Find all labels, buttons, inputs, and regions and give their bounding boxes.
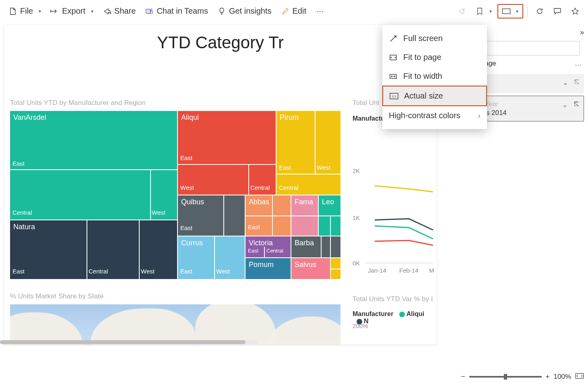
overflow-menu[interactable]: ⋯ (312, 5, 328, 18)
treemap-cell-salvus[interactable]: Salvus (291, 258, 330, 279)
treemap-cell-quibus[interactable]: Quibus East (178, 195, 245, 236)
page-title: YTD Category Tr (4, 33, 437, 52)
menu-label: Actual size (404, 91, 443, 101)
xtick: Feb-14 (399, 267, 419, 274)
menu-actual-size[interactable]: 1:1 Actual size (382, 86, 487, 106)
comment-button[interactable] (549, 5, 565, 18)
treemap-visual[interactable]: VanArsdel East Central West Natura East … (10, 111, 340, 279)
view-dropdown: Full screen Fit to page Fit to width 1:1… (382, 25, 487, 129)
zoom-slider[interactable] (469, 376, 542, 378)
export-menu[interactable]: Export ▾ (47, 4, 97, 18)
menu-fit-width[interactable]: Fit to width (382, 67, 487, 86)
xtick: Jan-14 (368, 267, 386, 274)
filter-year-value: is 2014 (485, 109, 579, 117)
reset-icon: ↺ (458, 7, 466, 15)
chevron-down-icon: ▾ (516, 8, 518, 14)
cell-label: Currus (181, 239, 203, 247)
actual-size-icon: 1:1 (390, 92, 398, 101)
zoom-in-button[interactable]: + (546, 373, 550, 381)
treemap-cell-barba[interactable]: Barba (291, 236, 330, 257)
cell-label: Natura (13, 223, 35, 231)
line2-yaxis: 200% (353, 322, 368, 329)
legend-a: Aliqui (406, 310, 424, 317)
horizontal-scrollbar[interactable] (0, 340, 258, 344)
chevron-right-icon: › (478, 111, 481, 120)
reset-button[interactable]: ↺ (454, 5, 470, 18)
cell-sub: Central (266, 248, 283, 254)
clear-filter-icon[interactable] (573, 100, 580, 108)
treemap-cell-victoria[interactable]: Victoria East Central (246, 236, 291, 257)
file-menu[interactable]: File ▾ (5, 4, 45, 18)
chevron-down-icon[interactable]: ⌄ (563, 79, 568, 86)
menu-fit-page[interactable]: Fit to page (382, 48, 487, 67)
cell-label: Abbas (249, 198, 269, 206)
cell-sub: East (180, 268, 192, 275)
treemap-cell-vanarsdel[interactable]: VanArsdel East Central West (10, 111, 177, 220)
treemap-cell-barba-2[interactable] (331, 236, 340, 257)
chevron-down-icon: ▾ (489, 8, 492, 14)
menu-label: Fit to width (403, 72, 442, 81)
share-button[interactable]: Share (99, 4, 140, 18)
menu-full-screen[interactable]: Full screen (382, 29, 487, 48)
legend-label: Manufacturer (353, 310, 393, 317)
treemap-cell-aliqui[interactable]: Aliqui East West Central (178, 111, 276, 195)
cell-sub: Central (250, 184, 270, 191)
view-icon (502, 7, 510, 15)
refresh-button[interactable] (532, 5, 548, 18)
zoom-thumb[interactable] (504, 374, 507, 380)
xtick: M (429, 267, 434, 274)
line1-legend: Manufactu (353, 115, 385, 122)
line1-title: Total Uni (353, 99, 379, 107)
more-icon[interactable]: … (575, 60, 582, 68)
cell-sub: East (12, 268, 25, 275)
edit-label: Edit (293, 6, 306, 16)
line-chart-1[interactable]: 2K 1K 0K Jan-14 Feb-14 M (353, 129, 433, 274)
bookmark-icon (476, 7, 484, 15)
chat-teams-button[interactable]: T Chat in Teams (141, 4, 212, 18)
insights-button[interactable]: Get insights (214, 4, 276, 18)
menu-label: High-contrast colors (389, 111, 460, 120)
menu-high-contrast[interactable]: High-contrast colors › (382, 106, 487, 125)
cell-sub: West (317, 164, 330, 171)
filter-search-input[interactable] (479, 41, 580, 55)
cell-sub: West (152, 209, 165, 216)
fit-page-icon (389, 53, 398, 62)
clear-filter-icon[interactable] (574, 78, 580, 86)
cell-sub: East (248, 224, 260, 230)
cell-label: Pirum (280, 113, 299, 121)
export-icon (51, 7, 59, 15)
expand-filters-icon[interactable]: » (580, 28, 584, 37)
map-visual[interactable] (10, 304, 340, 345)
report-canvas[interactable]: YTD Category Tr Total Units YTD by Manuf… (4, 25, 437, 345)
treemap-title: Total Units YTD by Manufacturer and Regi… (10, 99, 146, 107)
chevron-down-icon[interactable]: ⌄ (562, 101, 567, 109)
line-series-red (375, 240, 433, 245)
cell-label: Aliqui (181, 113, 199, 121)
cell-label: Quibus (181, 198, 204, 206)
treemap-cell-pomum[interactable]: Pomum (246, 258, 291, 279)
favorite-button[interactable] (567, 5, 583, 18)
zoom-out-button[interactable]: − (461, 373, 465, 381)
cell-sub: East (180, 224, 192, 231)
map-title: % Units Market Share by State (10, 292, 103, 300)
file-icon (9, 7, 17, 15)
cell-sub: East (12, 160, 25, 167)
cell-label: VanArsdel (13, 113, 46, 121)
filter-card-generic[interactable]: ⌄ (479, 74, 584, 93)
cell-label: Fama (295, 198, 313, 206)
pencil-icon (281, 7, 289, 15)
filter-card-year[interactable]: Year is 2014 ⌄ (479, 96, 584, 121)
filters-section-header[interactable]: page … (479, 55, 584, 72)
cell-sub: Central (89, 268, 108, 275)
treemap-cell-currus[interactable]: Currus East West (178, 236, 245, 279)
fullscreen-icon (389, 34, 398, 43)
ytick: 2K (353, 167, 360, 174)
view-mode-button[interactable]: ▾ (497, 4, 523, 18)
bookmark-button[interactable]: ▾ (472, 5, 496, 18)
share-label: Share (114, 6, 136, 16)
treemap-cell-pirum[interactable]: Pirum East West Central (276, 111, 340, 195)
cell-label: Barba (295, 239, 314, 247)
edit-button[interactable]: Edit (277, 4, 310, 18)
treemap-cell-natura[interactable]: Natura East Central West (10, 220, 177, 279)
fit-page-icon[interactable] (575, 373, 584, 381)
